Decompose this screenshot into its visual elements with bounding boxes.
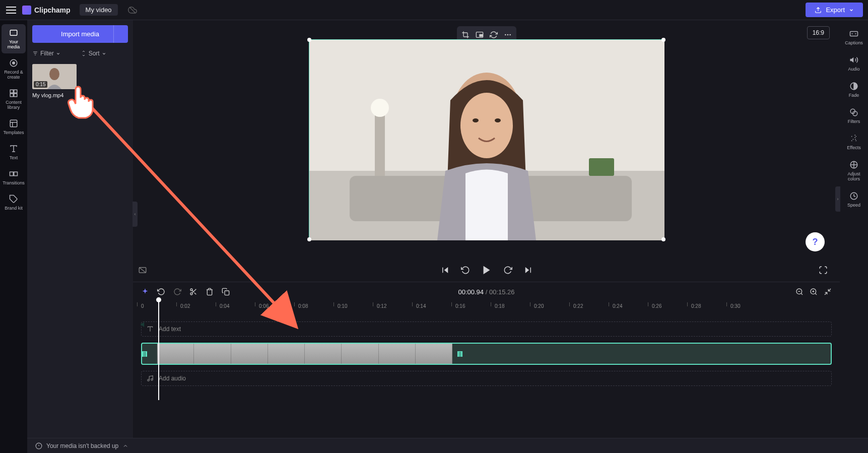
fit-button[interactable] (138, 266, 147, 275)
ruler-tick: 0:22 (573, 303, 583, 309)
right-rail: Captions Audio Fade Filters Effects Adju… (840, 20, 868, 453)
media-item[interactable]: 0:15 My vlog.mp4 (32, 64, 128, 98)
rail-record[interactable]: Record & create (2, 54, 26, 84)
preview-area: 16:9 (133, 20, 840, 258)
svg-marker-62 (850, 57, 854, 63)
menu-button[interactable] (5, 4, 17, 16)
skip-forward-icon (523, 266, 532, 275)
rail-your-media[interactable]: Your media (2, 24, 26, 53)
svg-point-60 (151, 379, 153, 381)
aspect-ratio-button[interactable]: 16:9 (807, 26, 830, 39)
fullscreen-button[interactable] (819, 266, 828, 275)
svg-line-45 (194, 293, 196, 295)
adjust-icon (849, 160, 858, 169)
pip-icon (476, 31, 484, 39)
rewind-icon (461, 266, 470, 275)
help-button[interactable]: ? (806, 232, 825, 251)
zoom-out-button[interactable] (795, 288, 804, 296)
svg-rect-1 (10, 30, 17, 36)
app-logo[interactable]: Clipchamp (22, 6, 71, 15)
ruler-tick: 0:14 (416, 303, 426, 309)
svg-rect-5 (14, 90, 17, 93)
rotate-icon (490, 31, 498, 39)
rail-text[interactable]: Text (2, 140, 26, 164)
rail-brand-kit[interactable]: Brand kit (2, 190, 26, 215)
collapse-right-button[interactable]: › (835, 186, 840, 212)
rail-adjust-colors[interactable]: Adjust colors (841, 156, 866, 185)
copy-button[interactable] (222, 288, 230, 296)
play-button[interactable] (481, 265, 492, 276)
clip-handle-right[interactable]: || (457, 351, 462, 357)
resize-handle[interactable] (661, 38, 665, 42)
fade-icon (849, 82, 858, 91)
rail-captions[interactable]: Captions (841, 25, 866, 49)
svg-line-36 (139, 268, 146, 273)
svg-marker-40 (525, 267, 529, 273)
svg-point-33 (495, 118, 501, 122)
skip-back-icon (441, 266, 450, 275)
svg-line-49 (801, 293, 803, 295)
crop-icon (461, 31, 470, 39)
redo-button[interactable] (173, 288, 181, 296)
ruler-tick: 0:18 (495, 303, 504, 309)
effects-icon (849, 134, 858, 143)
svg-point-19 (49, 68, 59, 80)
svg-rect-34 (589, 158, 614, 176)
next-button[interactable] (523, 266, 532, 275)
split-button[interactable] (189, 288, 197, 296)
zoom-fit-button[interactable] (824, 288, 832, 296)
status-bar[interactable]: Your media isn't backed up (27, 438, 868, 453)
rewind-button[interactable] (461, 266, 470, 275)
delete-button[interactable] (206, 288, 214, 296)
sort-button[interactable]: Sort (81, 50, 106, 57)
svg-rect-47 (225, 291, 229, 295)
ruler-tick: 0:16 (455, 303, 465, 309)
record-icon (9, 58, 18, 68)
rail-filters[interactable]: Filters (841, 104, 866, 128)
filter-button[interactable]: Filter (32, 50, 60, 57)
ruler-tick: 0:08 (298, 303, 308, 309)
video-preview[interactable] (309, 39, 664, 240)
logo-icon (22, 6, 31, 15)
rail-transitions[interactable]: Transitions (2, 165, 26, 189)
resize-handle[interactable] (307, 237, 311, 241)
cloud-sync-icon[interactable] (128, 6, 137, 15)
svg-point-23 (507, 34, 508, 36)
rail-speed[interactable]: Speed (841, 187, 866, 212)
rail-audio[interactable]: Audio (841, 51, 866, 76)
svg-rect-21 (480, 34, 482, 36)
rail-effects[interactable]: Effects (841, 130, 866, 154)
export-button[interactable]: Export (806, 3, 863, 17)
ruler-tick: 0 (141, 303, 144, 309)
clip-handle-left[interactable]: || (142, 351, 147, 357)
import-media-button[interactable]: Import media (32, 25, 128, 43)
chevron-down-icon (102, 51, 106, 56)
rail-templates[interactable]: Templates (2, 115, 26, 139)
text-track[interactable]: Add text (141, 321, 832, 337)
prev-button[interactable] (441, 266, 450, 275)
svg-point-32 (473, 118, 479, 122)
svg-rect-8 (10, 120, 17, 127)
audio-track[interactable]: Add audio (141, 371, 832, 386)
sparkle-icon[interactable] (141, 288, 149, 296)
chevron-up-icon (122, 443, 128, 449)
timeline: 00:00.94 / 00:15.26 00:020:040:060:080:1… (133, 282, 840, 453)
zoom-in-button[interactable] (810, 288, 818, 296)
ruler-tick: 0:24 (613, 303, 622, 309)
music-icon (147, 375, 154, 382)
sort-icon (81, 50, 87, 56)
svg-point-29 (371, 99, 389, 117)
undo-button[interactable] (157, 288, 165, 296)
svg-rect-4 (10, 90, 13, 93)
svg-marker-39 (483, 266, 490, 275)
svg-point-31 (460, 93, 513, 158)
rail-content-library[interactable]: Content library (2, 85, 26, 114)
rail-fade[interactable]: Fade (841, 78, 866, 102)
svg-marker-37 (444, 267, 448, 273)
project-title[interactable]: My video (80, 4, 118, 16)
timeline-ruler[interactable]: 00:020:040:060:080:100:120:140:160:180:2… (141, 301, 840, 313)
audio-icon (849, 55, 858, 64)
playhead[interactable] (158, 301, 159, 400)
forward-button[interactable] (503, 266, 512, 275)
video-track-clip[interactable]: || || (141, 343, 832, 365)
